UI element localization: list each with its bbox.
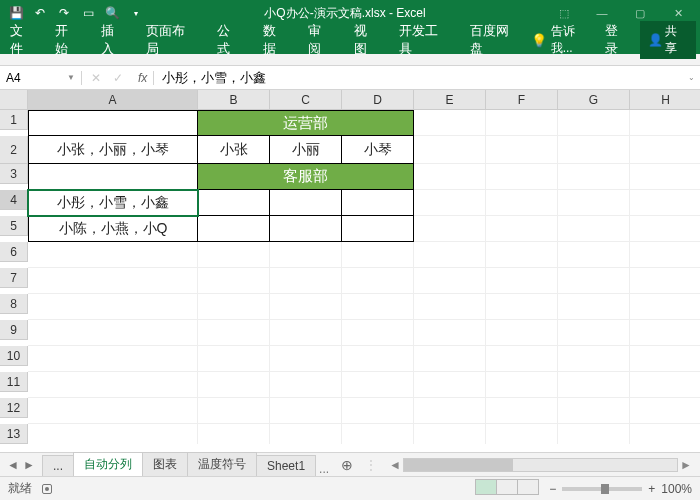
cell-h4[interactable]: [630, 190, 700, 216]
cell-b4[interactable]: [198, 190, 270, 216]
cell-d8[interactable]: [342, 294, 414, 320]
tab-page-layout[interactable]: 页面布局: [136, 26, 207, 54]
name-box-dropdown-icon[interactable]: ▼: [67, 73, 75, 82]
cell-g6[interactable]: [558, 242, 630, 268]
cell-b6[interactable]: [198, 242, 270, 268]
cell-d10[interactable]: [342, 346, 414, 372]
cell-h9[interactable]: [630, 320, 700, 346]
cell-f8[interactable]: [486, 294, 558, 320]
cell-h11[interactable]: [630, 372, 700, 398]
sheet-tab-overflow[interactable]: ...: [42, 455, 74, 476]
cell-a5[interactable]: 小陈，小燕，小Q: [28, 216, 198, 242]
cell-b5[interactable]: [198, 216, 270, 242]
cell-c12[interactable]: [270, 398, 342, 424]
tab-baidu[interactable]: 百度网盘: [460, 26, 531, 54]
cell-f7[interactable]: [486, 268, 558, 294]
row-header-5[interactable]: 5: [0, 216, 28, 236]
cell-g11[interactable]: [558, 372, 630, 398]
sheet-tab-temperature[interactable]: 温度符号: [187, 452, 257, 476]
new-icon[interactable]: ▭: [80, 5, 96, 21]
view-page-layout-icon[interactable]: [496, 479, 518, 495]
sheet-nav-next-icon[interactable]: ►: [22, 458, 36, 472]
cell-h8[interactable]: [630, 294, 700, 320]
cell-d2[interactable]: 小琴: [342, 136, 414, 164]
row-header-6[interactable]: 6: [0, 242, 28, 262]
fx-icon[interactable]: fx: [132, 71, 154, 85]
expand-formula-icon[interactable]: ⌄: [682, 73, 700, 82]
cell-c10[interactable]: [270, 346, 342, 372]
col-header-f[interactable]: F: [486, 90, 558, 110]
cell-c2[interactable]: 小丽: [270, 136, 342, 164]
horizontal-scrollbar[interactable]: ◄ ►: [381, 458, 700, 472]
col-header-h[interactable]: H: [630, 90, 700, 110]
cell-e9[interactable]: [414, 320, 486, 346]
select-all-corner[interactable]: [0, 90, 28, 110]
save-icon[interactable]: 💾: [8, 5, 24, 21]
row-header-4[interactable]: 4: [0, 190, 28, 210]
cell-a7[interactable]: [28, 268, 198, 294]
cell-a6[interactable]: [28, 242, 198, 268]
cell-e6[interactable]: [414, 242, 486, 268]
sheet-tab-sheet1[interactable]: Sheet1: [256, 455, 316, 476]
cell-f6[interactable]: [486, 242, 558, 268]
tab-insert[interactable]: 插入: [91, 26, 136, 54]
cell-b10[interactable]: [198, 346, 270, 372]
cell-h6[interactable]: [630, 242, 700, 268]
cell-f3[interactable]: [486, 164, 558, 190]
cell-b12[interactable]: [198, 398, 270, 424]
cell-e10[interactable]: [414, 346, 486, 372]
cell-g2[interactable]: [558, 136, 630, 164]
zoom-level[interactable]: 100%: [661, 482, 692, 496]
row-header-9[interactable]: 9: [0, 320, 28, 340]
cell-g13[interactable]: [558, 424, 630, 444]
cell-e2[interactable]: [414, 136, 486, 164]
zoom-out-icon[interactable]: −: [549, 482, 556, 496]
formula-input[interactable]: 小彤，小雪，小鑫: [154, 69, 682, 87]
tab-file[interactable]: 文件: [0, 26, 45, 54]
tell-me[interactable]: 告诉我...: [551, 23, 596, 57]
cell-c6[interactable]: [270, 242, 342, 268]
cell-f9[interactable]: [486, 320, 558, 346]
cell-d12[interactable]: [342, 398, 414, 424]
sheet-tab-autosplit[interactable]: 自动分列: [73, 452, 143, 476]
cell-b11[interactable]: [198, 372, 270, 398]
print-preview-icon[interactable]: 🔍: [104, 5, 120, 21]
cell-e8[interactable]: [414, 294, 486, 320]
cell-g12[interactable]: [558, 398, 630, 424]
cell-g10[interactable]: [558, 346, 630, 372]
cell-h2[interactable]: [630, 136, 700, 164]
cell-d11[interactable]: [342, 372, 414, 398]
cell-f11[interactable]: [486, 372, 558, 398]
cell-b8[interactable]: [198, 294, 270, 320]
cell-h12[interactable]: [630, 398, 700, 424]
minimize-icon[interactable]: —: [584, 3, 620, 23]
cell-f5[interactable]: [486, 216, 558, 242]
cancel-icon[interactable]: ✕: [86, 71, 106, 85]
cell-d6[interactable]: [342, 242, 414, 268]
col-header-g[interactable]: G: [558, 90, 630, 110]
cell-e4[interactable]: [414, 190, 486, 216]
enter-icon[interactable]: ✓: [108, 71, 128, 85]
cell-e13[interactable]: [414, 424, 486, 444]
cell-b7[interactable]: [198, 268, 270, 294]
row-header-2[interactable]: 2: [0, 136, 28, 164]
cell-a8[interactable]: [28, 294, 198, 320]
scroll-left-icon[interactable]: ◄: [387, 458, 403, 472]
col-header-e[interactable]: E: [414, 90, 486, 110]
close-icon[interactable]: ✕: [660, 3, 696, 23]
cell-f2[interactable]: [486, 136, 558, 164]
cell-e11[interactable]: [414, 372, 486, 398]
cell-b3-d3-merged[interactable]: 客服部: [198, 164, 414, 190]
redo-icon[interactable]: ↷: [56, 5, 72, 21]
cell-h13[interactable]: [630, 424, 700, 444]
row-header-7[interactable]: 7: [0, 268, 28, 288]
cell-a10[interactable]: [28, 346, 198, 372]
cell-c9[interactable]: [270, 320, 342, 346]
new-sheet-icon[interactable]: ⊕: [333, 457, 361, 473]
cell-g4[interactable]: [558, 190, 630, 216]
sheet-tab-chart[interactable]: 图表: [142, 452, 188, 476]
cell-f1[interactable]: [486, 110, 558, 136]
view-page-break-icon[interactable]: [517, 479, 539, 495]
cell-a11[interactable]: [28, 372, 198, 398]
cell-g8[interactable]: [558, 294, 630, 320]
